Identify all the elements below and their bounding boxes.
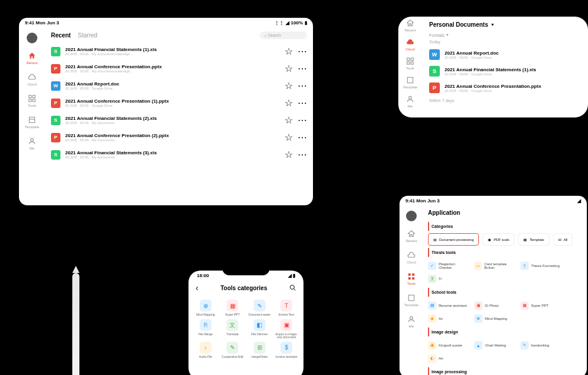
tool-item[interactable]: ◧File Slimmer bbox=[247, 319, 272, 339]
tool-item[interactable]: ▦Super PPT bbox=[220, 300, 245, 317]
category-button[interactable]: ⊞All bbox=[553, 233, 573, 246]
more-icon[interactable]: ⋯ bbox=[298, 97, 307, 109]
tool-item[interactable]: ▲Chart Making bbox=[474, 341, 516, 349]
sidebar-item-tools[interactable]: Tools bbox=[406, 57, 414, 70]
sidebar-item-recent[interactable]: Recent bbox=[405, 230, 417, 243]
status-time: 9:41 Mon Jun 3 bbox=[405, 198, 440, 204]
tool-item[interactable]: ⊞mergeSheet bbox=[247, 342, 272, 359]
more-icon[interactable]: ⋯ bbox=[298, 80, 307, 91]
tool-item[interactable]: ⊕Mind Mapping bbox=[474, 314, 516, 323]
star-icon[interactable]: ☆ bbox=[285, 149, 293, 160]
star-icon[interactable]: ☆ bbox=[285, 132, 293, 143]
file-row[interactable]: S 2021 Annual Financial Statements (1).x… bbox=[51, 43, 307, 60]
more-icon[interactable]: ⋯ bbox=[298, 46, 307, 57]
more-icon[interactable]: ⋯ bbox=[298, 149, 307, 160]
grid-icon bbox=[407, 272, 416, 281]
formats-dropdown[interactable]: Formats ▾ bbox=[422, 33, 588, 37]
file-row[interactable]: W 2021 Annual Report.doc20.3KB · 03:06 ·… bbox=[51, 77, 307, 94]
tool-item[interactable]: ▭Card template Button bbox=[474, 262, 516, 270]
tool-label: Cooperative Edit bbox=[222, 355, 244, 359]
search-icon[interactable] bbox=[289, 284, 296, 291]
more-icon[interactable]: ⋯ bbox=[298, 115, 307, 126]
tool-item[interactable]: ▣ID Photo bbox=[474, 301, 516, 310]
tool-icon: ⊞ bbox=[254, 342, 266, 354]
tool-icon: ▤ bbox=[428, 301, 436, 310]
tool-label: Mind Mapping bbox=[485, 317, 507, 320]
back-button[interactable]: ‹ bbox=[196, 283, 199, 293]
file-row[interactable]: P 2021 Annual Conference Presentation.pp… bbox=[422, 80, 588, 96]
file-row[interactable]: P 2021 Annual Conference Presentation.pp… bbox=[51, 60, 307, 77]
file-row[interactable]: S 2021 Annual Financial Statements (2).x… bbox=[51, 112, 307, 129]
sidebar-item-template[interactable]: Template bbox=[25, 116, 39, 129]
tool-label: File Merge bbox=[199, 333, 213, 336]
category-button[interactable]: ▤Document processing bbox=[428, 233, 479, 246]
tool-item[interactable]: ⊕Mind Mapping bbox=[193, 300, 218, 317]
file-row[interactable]: S 2021 Annual Financial Statements (1).x… bbox=[422, 63, 588, 80]
star-icon[interactable]: ☆ bbox=[285, 46, 293, 57]
search-input[interactable]: ⌕ Search bbox=[260, 31, 307, 39]
sidebar-item-recent[interactable]: Recent bbox=[404, 19, 416, 32]
tool-item[interactable]: ▣Kingsoft poster bbox=[428, 341, 469, 349]
category-button[interactable]: ▣PDF tools bbox=[482, 233, 514, 246]
tool-item[interactable]: TExtract Text bbox=[274, 300, 299, 317]
file-meta: 20.3KB · 03/06 · Google Drive bbox=[445, 56, 498, 59]
tool-item[interactable]: ♪Audio File bbox=[193, 342, 218, 359]
star-icon[interactable]: ☆ bbox=[285, 80, 293, 91]
tablet-device-2: 9:41 Mon Jun 3 ◢ Recent Cloud Tools Temp… bbox=[392, 189, 588, 375]
tab-starred[interactable]: Starred bbox=[78, 32, 97, 39]
category-label: Document processing bbox=[439, 238, 474, 241]
svg-point-6 bbox=[31, 138, 34, 141]
sidebar-item-me[interactable]: Me bbox=[28, 137, 36, 150]
sidebar-item-tools[interactable]: Tools bbox=[28, 94, 36, 107]
tool-item[interactable]: 文Tr bbox=[428, 275, 469, 283]
more-icon[interactable]: ⋯ bbox=[298, 132, 307, 143]
tool-item[interactable]: 文Translate bbox=[220, 319, 245, 339]
sidebar-item-template[interactable]: Template bbox=[403, 76, 417, 89]
sidebar-item-me[interactable]: Me bbox=[407, 315, 416, 328]
sidebar-item-tools[interactable]: Tools bbox=[407, 272, 416, 285]
file-type-icon: S bbox=[51, 150, 60, 160]
dropdown-title[interactable]: Personal Documents ▼ bbox=[422, 17, 588, 33]
section-categories: Categories bbox=[428, 222, 582, 231]
category-icon: ▦ bbox=[523, 237, 527, 241]
file-row[interactable]: S 2021 Annual Financial Statements (3).x… bbox=[51, 146, 307, 163]
signal-icon: ◢ bbox=[577, 198, 581, 204]
sidebar-item-cloud[interactable]: Cloud bbox=[27, 73, 37, 86]
star-icon[interactable]: ☆ bbox=[285, 63, 293, 74]
tool-item[interactable]: ▦Super PPT bbox=[520, 301, 562, 310]
tool-label: Translate bbox=[226, 333, 239, 336]
more-icon[interactable]: ⋯ bbox=[298, 63, 307, 74]
tab-recent[interactable]: Recent bbox=[51, 32, 71, 39]
battery-icon: ▮ bbox=[305, 20, 307, 26]
tool-item[interactable]: ⎘File Merge bbox=[193, 319, 218, 339]
sidebar-item-template[interactable]: Template bbox=[404, 294, 418, 307]
category-button[interactable]: ▦Template bbox=[518, 233, 549, 246]
star-icon[interactable]: ☆ bbox=[285, 115, 293, 126]
sidebar-item-cloud[interactable]: Cloud bbox=[407, 251, 416, 264]
sidebar-item-me[interactable]: Me bbox=[406, 95, 414, 108]
star-icon[interactable]: ☆ bbox=[285, 97, 293, 109]
tool-item[interactable]: ✎Cooperative Edit bbox=[220, 342, 245, 359]
file-row[interactable]: P 2021 Annual Conference Presentation (2… bbox=[51, 129, 307, 146]
avatar[interactable] bbox=[406, 211, 417, 221]
file-name: 2021 Annual Conference Presentation (2).… bbox=[65, 133, 280, 138]
file-row[interactable]: P 2021 Annual Conference Presentation (1… bbox=[51, 94, 307, 112]
file-type-icon: S bbox=[429, 66, 440, 77]
sidebar-item-cloud[interactable]: Cloud bbox=[405, 38, 415, 51]
tool-icon: ⊕ bbox=[200, 300, 212, 312]
tool-item[interactable]: ▣Export to image-only document bbox=[274, 319, 299, 339]
tool-item[interactable]: ✎Document repair bbox=[247, 300, 272, 317]
sidebar-item-recent[interactable]: Recent bbox=[26, 52, 37, 65]
tool-item[interactable]: ◉Ac bbox=[428, 314, 469, 323]
tool-item[interactable]: ✓Plagiarism Checker bbox=[428, 262, 469, 270]
file-row[interactable]: W 2021 Annual Report.doc20.3KB · 03/06 ·… bbox=[422, 46, 588, 63]
tool-item[interactable]: TThesis Formatting bbox=[520, 262, 562, 270]
tool-item[interactable]: ✎handwriting bbox=[520, 341, 562, 349]
tool-icon: ◐ bbox=[428, 354, 436, 363]
tool-item[interactable]: $Invoice assistant bbox=[274, 342, 299, 359]
tool-item[interactable]: ▤Resume assistant bbox=[428, 301, 469, 310]
avatar[interactable] bbox=[27, 33, 37, 43]
file-type-icon: P bbox=[51, 133, 60, 142]
tool-item[interactable]: ◐Art bbox=[428, 354, 469, 363]
sidebar-label: Me bbox=[30, 147, 34, 150]
